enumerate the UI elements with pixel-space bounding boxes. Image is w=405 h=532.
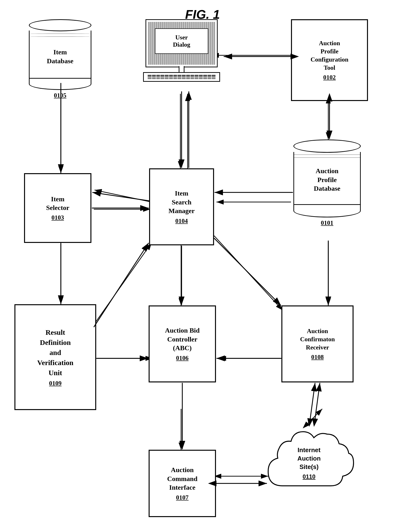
auction-profile-database-id: 0101 (321, 219, 333, 227)
auction-profile-config-node: Auction Profile Configuration Tool 0102 (291, 19, 368, 101)
cloud-shape: Internet Auction Site(s) 0110 (263, 418, 355, 505)
svg-line-38 (94, 243, 149, 327)
user-dialog-node: UserDialog (138, 19, 225, 82)
svg-text:Auction: Auction (297, 455, 321, 462)
auction-command-interface-label: Auction Command Interface (167, 466, 197, 492)
auction-profile-config-label: Auction Profile Configuration Tool (310, 39, 348, 72)
auction-bid-controller-id: 0106 (176, 355, 189, 362)
svg-line-39 (214, 238, 281, 305)
item-search-manager-id: 0104 (175, 217, 188, 225)
auction-command-interface-node: Auction Command Interface 0107 (149, 450, 216, 517)
auction-bid-controller-label: Auction Bid Controller (ABC) (165, 326, 200, 352)
item-selector-node: Item Selector 0103 (24, 173, 91, 243)
auction-profile-database-label: Auction Profile Database (314, 167, 340, 193)
svg-text:Site(s): Site(s) (299, 463, 318, 471)
internet-auction-sites-node: Internet Auction Site(s) 0110 (263, 418, 355, 505)
result-definition-id: 0109 (49, 380, 61, 387)
item-selector-id: 0103 (51, 214, 64, 221)
auction-confirmation-receiver-node: Auction Confirmaton Receiver 0108 (281, 305, 354, 382)
svg-line-6 (94, 190, 152, 202)
svg-line-44 (310, 383, 315, 418)
item-search-manager-node: Item Search Manager 0104 (149, 168, 214, 245)
svg-line-29 (92, 192, 149, 201)
result-definition-label: Result Definition and Verification Unit (37, 327, 74, 378)
auction-bid-controller-node: Auction Bid Controller (ABC) 0106 (149, 305, 216, 382)
result-definition-node: Result Definition and Verification Unit … (14, 304, 96, 410)
item-database-node: Item Database 0105 (29, 19, 91, 99)
svg-line-20 (94, 243, 152, 325)
item-selector-label: Item Selector (46, 195, 69, 212)
item-search-manager-label: Item Search Manager (169, 189, 195, 215)
auction-confirmation-receiver-label: Auction Confirmaton Receiver (300, 327, 335, 351)
item-database-id: 0105 (54, 92, 66, 99)
auction-profile-database-node: Auction Profile Database 0101 (293, 140, 361, 227)
svg-line-45 (315, 383, 320, 418)
auction-command-interface-id: 0107 (176, 494, 189, 501)
svg-line-14 (214, 236, 283, 310)
auction-profile-config-id: 0102 (323, 74, 336, 81)
auction-confirmation-receiver-id: 0108 (311, 354, 324, 361)
svg-text:0110: 0110 (303, 473, 315, 480)
svg-text:Internet: Internet (297, 446, 321, 454)
item-database-label: Item Database (47, 48, 73, 65)
